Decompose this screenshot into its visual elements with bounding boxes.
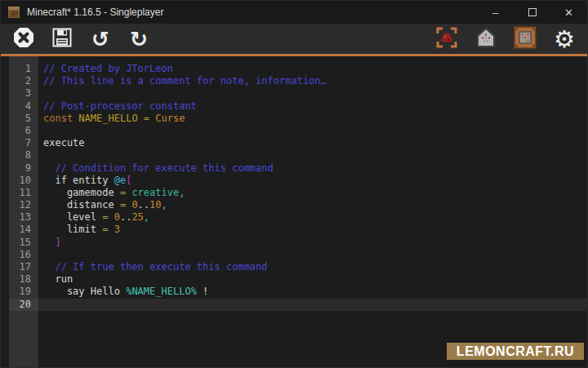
code-token-number: 10 bbox=[149, 199, 161, 211]
code-line[interactable]: say Hello %NAME_HELLO% ! bbox=[38, 286, 587, 298]
code-token-comma: , bbox=[144, 211, 149, 223]
watermark-label: LEMONCRAFT.RU bbox=[457, 344, 574, 359]
code-token-value: Curse bbox=[155, 113, 185, 124]
line-number: 3 bbox=[9, 87, 38, 100]
watermark-badge: LEMONCRAFT.RU bbox=[447, 343, 584, 360]
octagon-x-icon bbox=[13, 27, 34, 51]
code-line[interactable] bbox=[38, 249, 587, 261]
code-token-plain: distance bbox=[43, 199, 120, 211]
line-number: 8 bbox=[9, 149, 38, 162]
code-line[interactable]: ] bbox=[38, 237, 587, 249]
code-token-comma: , bbox=[162, 199, 167, 211]
line-number: 1 bbox=[9, 63, 38, 75]
line-number: 17 bbox=[9, 261, 38, 273]
code-line[interactable]: const NAME_HELLO = Curse bbox=[38, 113, 587, 125]
save-button[interactable] bbox=[51, 28, 74, 51]
code-token-comment: // Created by JTorLeon bbox=[43, 63, 173, 74]
code-token-enum: creative bbox=[131, 187, 179, 198]
code-token-keyword: const bbox=[43, 113, 78, 124]
code-token-comma: , bbox=[179, 187, 185, 198]
module-grid-icon bbox=[514, 26, 537, 52]
module-grid-button[interactable] bbox=[514, 28, 537, 51]
code-token-comment: // Post-processor constant bbox=[43, 100, 197, 112]
close-button[interactable]: ✕ bbox=[550, 1, 587, 24]
maximize-button[interactable] bbox=[514, 1, 550, 24]
code-editor[interactable]: 1234567891011121314151617181920 // Creat… bbox=[1, 56, 587, 367]
home-shield-icon bbox=[476, 27, 496, 51]
code-token-plain: say Hello bbox=[43, 286, 126, 297]
code-token-bracket: ] bbox=[43, 237, 61, 248]
code-line[interactable]: // If true then execute this command bbox=[38, 261, 587, 273]
undo-icon: ↺ bbox=[91, 29, 109, 50]
redstone-select-icon bbox=[435, 26, 458, 52]
code-line[interactable]: // This line is a comment for note, info… bbox=[38, 75, 587, 87]
minimize-button[interactable]: – bbox=[477, 1, 514, 24]
code-token-comment: // This line is a comment for note, info… bbox=[43, 75, 327, 86]
minimize-icon: – bbox=[492, 7, 498, 19]
code-line[interactable]: limit = 3 bbox=[38, 224, 587, 236]
window-controls: – ✕ bbox=[477, 1, 587, 24]
window-title: Minecraft* 1.16.5 - Singleplayer bbox=[27, 7, 163, 18]
line-number: 18 bbox=[9, 273, 38, 286]
code-line[interactable]: // Created by JTorLeon bbox=[38, 63, 587, 75]
toolbar-left-group: ↺ ↻ bbox=[12, 28, 150, 51]
line-number: 16 bbox=[9, 249, 38, 261]
redo-icon: ↻ bbox=[130, 29, 148, 50]
line-number: 19 bbox=[9, 286, 38, 298]
code-token-comment: // If true then execute this command bbox=[43, 261, 268, 273]
code-token-plain: run bbox=[43, 273, 73, 285]
code-line[interactable]: if entity @e[ bbox=[38, 175, 587, 187]
code-token-operator: = bbox=[102, 224, 114, 235]
code-token-number: 0 bbox=[114, 211, 120, 223]
line-number: 14 bbox=[9, 224, 38, 236]
toolbar: ↺ ↻ bbox=[1, 24, 587, 54]
close-file-button[interactable] bbox=[12, 28, 35, 51]
redstone-select-button[interactable] bbox=[435, 28, 458, 51]
code-area[interactable]: // Created by JTorLeon// This line is a … bbox=[38, 56, 587, 367]
line-number: 9 bbox=[9, 162, 38, 175]
close-icon: ✕ bbox=[564, 7, 573, 19]
line-number: 7 bbox=[9, 137, 38, 149]
app-window: Minecraft* 1.16.5 - Singleplayer – ✕ bbox=[0, 0, 588, 368]
line-number: 11 bbox=[9, 187, 38, 199]
code-line[interactable] bbox=[38, 87, 587, 100]
floppy-save-icon bbox=[51, 27, 73, 51]
settings-button[interactable]: ⚙ bbox=[553, 28, 576, 51]
code-token-operator: = bbox=[120, 199, 131, 211]
code-token-number: 0 bbox=[131, 199, 137, 211]
titlebar: Minecraft* 1.16.5 - Singleplayer – ✕ bbox=[1, 1, 587, 24]
gear-icon: ⚙ bbox=[554, 29, 575, 50]
line-number: 2 bbox=[9, 75, 38, 87]
code-token-bracket: [ bbox=[126, 175, 131, 186]
code-line[interactable]: // Condition for execute this command bbox=[38, 162, 587, 175]
code-token-operator: = bbox=[102, 211, 114, 223]
code-token-plain: execute bbox=[43, 137, 85, 149]
code-token-plain: if entity bbox=[43, 175, 114, 186]
code-line[interactable]: run bbox=[38, 273, 587, 286]
line-number-gutter: 1234567891011121314151617181920 bbox=[9, 56, 38, 367]
code-line[interactable]: // Post-processor constant bbox=[38, 100, 587, 113]
code-token-operator: = bbox=[138, 113, 156, 124]
minecraft-block-icon bbox=[7, 6, 20, 19]
redo-button[interactable]: ↻ bbox=[127, 28, 150, 51]
code-token-number: 25 bbox=[131, 211, 143, 223]
code-line[interactable] bbox=[38, 125, 587, 137]
line-number: 5 bbox=[9, 113, 38, 125]
code-token-constname: NAME_HELLO bbox=[78, 113, 137, 124]
structure-home-button[interactable] bbox=[474, 28, 497, 51]
code-token-comment: // Condition for execute this command bbox=[43, 162, 274, 174]
code-token-selector: @e bbox=[114, 175, 126, 186]
code-token-operator: = bbox=[120, 187, 131, 198]
code-line[interactable]: distance = 0..10, bbox=[38, 199, 587, 211]
code-line[interactable]: gamemode = creative, bbox=[38, 187, 587, 199]
code-line[interactable] bbox=[38, 299, 587, 311]
code-line[interactable]: level = 0..25, bbox=[38, 211, 587, 224]
code-line[interactable] bbox=[38, 149, 587, 162]
code-line[interactable]: execute bbox=[38, 137, 587, 149]
undo-button[interactable]: ↺ bbox=[89, 28, 112, 51]
code-token-plain: level bbox=[43, 211, 102, 223]
code-token-dots: .. bbox=[138, 199, 149, 211]
line-number: 20 bbox=[9, 299, 38, 311]
line-number: 15 bbox=[9, 237, 38, 249]
code-token-number: 3 bbox=[114, 224, 120, 235]
